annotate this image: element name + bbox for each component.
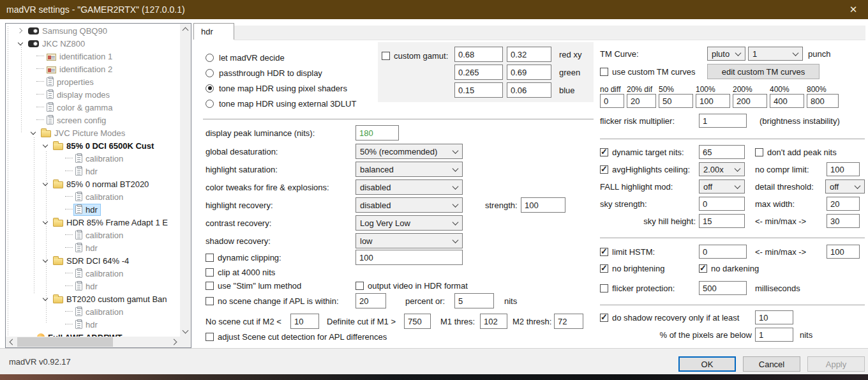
checkbox-icon[interactable] <box>382 52 390 60</box>
tree-item-body[interactable]: properties <box>45 76 97 88</box>
radio-icon[interactable] <box>206 69 214 77</box>
tree-item-body[interactable]: 85% 0 DCI 6500K Cust <box>51 140 157 152</box>
adjust-scene-cut-row[interactable]: adjust Scene cut detection for APL diffe… <box>206 331 387 342</box>
nits-diff-input[interactable] <box>600 94 624 108</box>
radio-selected-icon[interactable] <box>206 84 214 93</box>
radio-row[interactable]: tone map HDR using pixel shaders <box>206 80 347 96</box>
gamut-blue-x-input[interactable] <box>454 82 503 98</box>
tree-horizontal-scrollbar[interactable] <box>6 337 180 347</box>
chevron-down-icon[interactable] <box>41 255 51 266</box>
tree-item-body[interactable]: Full AWE ADDRWT <box>35 331 126 337</box>
display-peak-luminance-input[interactable] <box>355 125 399 141</box>
tree-item-hdr[interactable]: hdr <box>6 203 180 216</box>
checkbox-icon[interactable] <box>206 254 214 262</box>
tree-item-calibration[interactable]: calibration <box>6 305 180 318</box>
flicker-protection-input[interactable] <box>699 281 747 295</box>
checkbox-icon[interactable] <box>206 282 214 290</box>
m1-thres-input[interactable] <box>480 314 507 329</box>
limit-hstm-input[interactable] <box>699 245 747 259</box>
tab-hdr[interactable]: hdr <box>193 23 234 40</box>
tree-item-color-gamma[interactable]: color & gamma <box>6 101 180 114</box>
tree-item-body[interactable]: calibration <box>73 191 126 203</box>
gamut-blue-y-input[interactable] <box>507 82 551 98</box>
gamut-green-y-input[interactable] <box>507 65 551 80</box>
tree-item-calibration[interactable]: calibration <box>6 229 180 241</box>
max-width-input[interactable] <box>827 197 860 211</box>
checkbox-icon[interactable] <box>355 282 364 290</box>
nits-diff-input[interactable] <box>696 94 730 108</box>
tree-item-body[interactable]: HDR 85% Frame Adapt 1 E <box>51 217 171 229</box>
chevron-down-icon[interactable] <box>16 38 26 49</box>
tree-item-samsung-qbq90[interactable]: Samsung QBQ90 <box>6 24 180 37</box>
nits-diff-input[interactable] <box>807 94 839 108</box>
tree-vertical-scrollbar[interactable] <box>180 24 191 337</box>
checkbox-checked-icon[interactable] <box>600 264 608 273</box>
tree-item-hdr[interactable]: hdr <box>6 318 180 331</box>
m1-input[interactable] <box>404 314 431 329</box>
tree-item-body[interactable]: hdr <box>73 242 101 254</box>
radio-icon[interactable] <box>206 100 214 108</box>
tree-item-full-awe-addrwt[interactable]: Full AWE ADDRWT <box>6 331 180 337</box>
checkbox-checked-icon[interactable] <box>600 314 608 322</box>
limit-hstm-max-input[interactable] <box>827 245 860 259</box>
tree-item-properties[interactable]: properties <box>6 75 180 88</box>
tree-item-identification-2[interactable]: identification 2 <box>6 63 180 75</box>
checkbox-checked-icon[interactable] <box>600 165 608 174</box>
radio-row[interactable]: passthrough HDR to display <box>206 65 322 80</box>
tm-curve-punch-dropdown[interactable]: 1 <box>748 47 803 61</box>
tree-item-hdr-85-frame-adapt-1-e[interactable]: HDR 85% Frame Adapt 1 E <box>6 216 180 229</box>
tree-item-screen-config[interactable]: screen config <box>6 114 180 126</box>
chevron-down-icon[interactable] <box>41 141 51 151</box>
tree-item-hdr[interactable]: hdr <box>6 165 180 178</box>
tree-item-body[interactable]: calibration <box>73 153 126 165</box>
gamut-red-x-input[interactable] <box>454 47 503 62</box>
checkbox-checked-icon[interactable] <box>699 264 707 273</box>
tree-item-jvc-picture-modes[interactable]: JVC Picture Modes <box>6 126 180 139</box>
tree-item-hdr[interactable]: hdr <box>6 280 180 293</box>
ok-button[interactable]: OK <box>678 356 736 372</box>
gamut-green-x-input[interactable] <box>454 65 503 80</box>
tm-curve-dropdown[interactable]: pluto <box>707 47 745 61</box>
tree-item-body[interactable]: hdr <box>73 204 101 216</box>
sky-hill-input[interactable] <box>699 214 745 228</box>
tree-item-jkc-nz800[interactable]: JKC NZ800 <box>6 37 180 50</box>
checkbox-icon[interactable] <box>206 297 214 305</box>
tree-item-body[interactable]: color & gamma <box>45 102 116 114</box>
checkbox-icon[interactable] <box>206 268 214 277</box>
radio-row[interactable]: tone map HDR using external 3DLUT <box>206 96 356 111</box>
nits-diff-input[interactable] <box>733 94 767 108</box>
no-compr-limit-input[interactable] <box>827 162 860 176</box>
tree-item-body[interactable]: 85% 0 normal BT2020 <box>51 178 152 190</box>
tree-item-body[interactable]: calibration <box>73 306 126 318</box>
tree-item-85-0-normal-bt2020[interactable]: 85% 0 normal BT2020 <box>6 178 180 190</box>
tree-item-body[interactable]: JKC NZ800 <box>26 38 88 50</box>
chevron-down-icon[interactable] <box>41 217 51 227</box>
highlight-recovery-dropdown[interactable]: disabled <box>355 197 463 213</box>
tree-item-body[interactable]: calibration <box>73 229 126 241</box>
checkbox-checked-icon[interactable] <box>600 248 608 256</box>
checkbox-checked-icon[interactable] <box>600 148 608 156</box>
tree-item-identification-1[interactable]: identification 1 <box>6 50 180 63</box>
fall-highlight-dropdown[interactable]: off <box>699 179 745 194</box>
nits-diff-input[interactable] <box>770 94 804 108</box>
tree-item-body[interactable]: display modes <box>45 89 113 101</box>
tree-item-body[interactable]: Samsung QBQ90 <box>26 25 110 37</box>
sky-strength-input[interactable] <box>699 197 745 211</box>
checkbox-icon[interactable] <box>600 284 608 293</box>
highlight-saturation-dropdown[interactable]: balanced <box>355 162 463 177</box>
detail-threshold-dropdown[interactable]: off <box>825 179 865 194</box>
scroll-down-icon[interactable] <box>180 326 191 337</box>
chevron-down-icon[interactable] <box>41 294 51 304</box>
sky-hill-max-input[interactable] <box>827 214 860 228</box>
apl-percent-input[interactable] <box>355 293 386 308</box>
flicker-risk-input[interactable] <box>699 114 747 128</box>
tree-item-body[interactable]: JVC Picture Modes <box>39 127 128 139</box>
tree-item-body[interactable]: identification 2 <box>45 63 116 75</box>
gamut-red-y-input[interactable] <box>507 47 551 62</box>
scroll-left-icon[interactable] <box>6 337 17 347</box>
dynamic-clipping-input[interactable] <box>355 250 463 265</box>
tree-item-calibration[interactable]: calibration <box>6 267 180 280</box>
tree-item-display-modes[interactable]: display modes <box>6 88 180 101</box>
tree-item-body[interactable]: identification 1 <box>45 50 116 63</box>
chevron-down-icon[interactable] <box>29 128 39 138</box>
